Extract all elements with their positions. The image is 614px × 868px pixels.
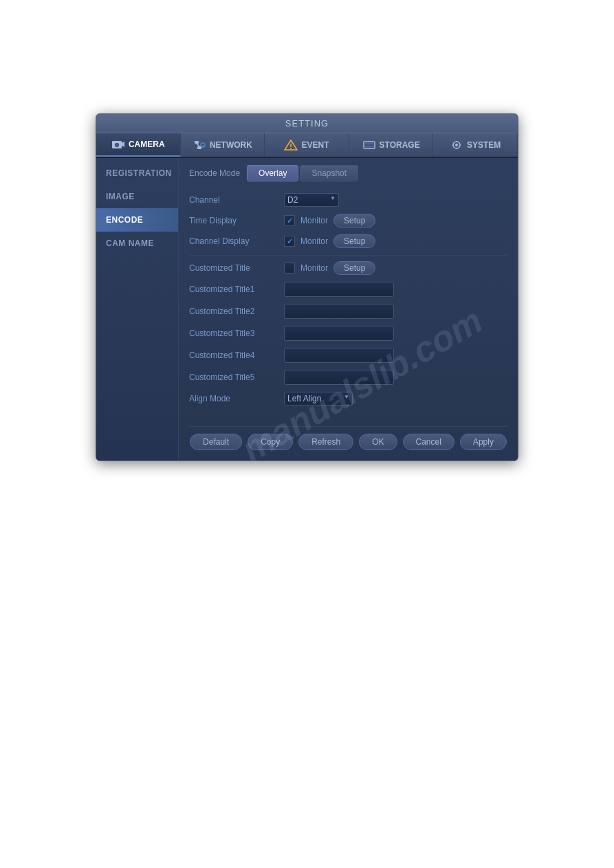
customized-title4-label: Customized Title4 bbox=[189, 350, 278, 360]
system-nav-icon bbox=[450, 140, 463, 151]
settings-window: SETTING CAMERA NETWORK bbox=[96, 113, 518, 461]
customized-title5-row: Customized Title5 bbox=[189, 370, 507, 385]
ok-button[interactable]: OK bbox=[359, 434, 397, 450]
align-mode-select-wrapper: Left Align Center Align Right Align bbox=[284, 392, 353, 405]
channel-display-label: Channel Display bbox=[189, 236, 278, 246]
apply-button[interactable]: Apply bbox=[460, 434, 507, 450]
customized-title4-row: Customized Title4 bbox=[189, 348, 507, 363]
storage-nav-icon bbox=[362, 140, 376, 151]
nav-camera-label: CAMERA bbox=[129, 140, 165, 149]
customized-title3-label: Customized Title3 bbox=[189, 329, 278, 338]
time-display-row: Time Display Monitor Setup bbox=[189, 214, 507, 227]
form-area: Channel D1 D2 D3 D4 Time Display Moni bbox=[189, 190, 507, 426]
sidebar-item-image[interactable]: IMAGE bbox=[96, 185, 178, 208]
nav-camera[interactable]: CAMERA bbox=[96, 133, 181, 157]
customized-title3-input[interactable] bbox=[284, 326, 394, 341]
tab-overlay[interactable]: Overlay bbox=[247, 165, 298, 181]
nav-event[interactable]: EVENT bbox=[265, 133, 349, 157]
network-nav-icon bbox=[193, 140, 206, 151]
customized-title1-row: Customized Title1 bbox=[189, 282, 507, 297]
customized-title2-input[interactable] bbox=[284, 304, 394, 319]
copy-button[interactable]: Copy bbox=[248, 434, 293, 450]
nav-system-label: SYSTEM bbox=[467, 140, 501, 150]
customized-title-row: Customized Title Monitor Setup bbox=[189, 261, 507, 275]
svg-rect-5 bbox=[197, 146, 201, 149]
channel-label: Channel bbox=[189, 195, 278, 205]
time-display-monitor: Monitor bbox=[300, 216, 328, 225]
channel-select[interactable]: D1 D2 D3 D4 bbox=[284, 193, 339, 207]
channel-display-checkbox[interactable] bbox=[284, 236, 295, 247]
encode-mode-label: Encode Mode bbox=[189, 168, 240, 178]
customized-title1-label: Customized Title1 bbox=[189, 285, 278, 294]
channel-display-row: Channel Display Monitor Setup bbox=[189, 234, 507, 248]
top-nav: CAMERA NETWORK EVENT bbox=[96, 133, 518, 158]
channel-row: Channel D1 D2 D3 D4 bbox=[189, 193, 507, 207]
customized-title5-input[interactable] bbox=[284, 370, 394, 385]
time-display-label: Time Display bbox=[189, 216, 278, 225]
svg-point-3 bbox=[116, 144, 118, 146]
bottom-buttons: Default Copy Refresh OK Cancel Apply bbox=[189, 426, 507, 454]
nav-system[interactable]: SYSTEM bbox=[433, 133, 518, 157]
nav-storage[interactable]: STORAGE bbox=[349, 133, 434, 157]
separator-1 bbox=[189, 255, 507, 256]
content-area: REGISTRATION IMAGE ENCODE CAM NAME Encod… bbox=[96, 158, 518, 460]
svg-rect-12 bbox=[364, 142, 375, 148]
align-mode-label: Align Mode bbox=[189, 394, 278, 403]
main-panel: Encode Mode Overlay Snapshot Channel D1 … bbox=[179, 158, 518, 460]
customized-title1-input[interactable] bbox=[284, 282, 394, 297]
align-mode-row: Align Mode Left Align Center Align Right… bbox=[189, 392, 507, 405]
refresh-button[interactable]: Refresh bbox=[298, 434, 353, 450]
align-mode-select[interactable]: Left Align Center Align Right Align bbox=[284, 392, 353, 405]
svg-marker-1 bbox=[122, 142, 124, 147]
customized-title-label: Customized Title bbox=[189, 263, 278, 273]
customized-title2-row: Customized Title2 bbox=[189, 304, 507, 319]
svg-point-16 bbox=[455, 144, 458, 146]
camera-nav-icon bbox=[111, 139, 125, 150]
svg-rect-14 bbox=[365, 146, 373, 147]
nav-network[interactable]: NETWORK bbox=[181, 133, 265, 157]
tab-snapshot[interactable]: Snapshot bbox=[300, 165, 358, 181]
time-display-checkbox[interactable] bbox=[284, 215, 295, 226]
sidebar: REGISTRATION IMAGE ENCODE CAM NAME bbox=[96, 158, 179, 460]
channel-display-monitor: Monitor bbox=[300, 236, 328, 246]
svg-point-11 bbox=[290, 148, 292, 149]
svg-rect-13 bbox=[365, 143, 373, 144]
cancel-button[interactable]: Cancel bbox=[403, 434, 454, 450]
sidebar-item-encode[interactable]: ENCODE bbox=[96, 208, 178, 232]
default-button[interactable]: Default bbox=[190, 434, 242, 450]
channel-display-setup-button[interactable]: Setup bbox=[333, 234, 375, 248]
customized-title-checkbox[interactable] bbox=[284, 263, 295, 274]
customized-title-monitor: Monitor bbox=[300, 263, 328, 273]
event-nav-icon bbox=[284, 140, 298, 151]
sidebar-item-camname[interactable]: CAM NAME bbox=[96, 232, 178, 255]
title-bar: SETTING bbox=[96, 114, 518, 133]
svg-rect-4 bbox=[195, 141, 199, 144]
customized-title5-label: Customized Title5 bbox=[189, 372, 278, 382]
sidebar-item-registration[interactable]: REGISTRATION bbox=[96, 162, 178, 185]
nav-storage-label: STORAGE bbox=[380, 140, 420, 150]
customized-title2-label: Customized Title2 bbox=[189, 307, 278, 316]
nav-network-label: NETWORK bbox=[210, 140, 252, 150]
customized-title3-row: Customized Title3 bbox=[189, 326, 507, 341]
nav-event-label: EVENT bbox=[301, 140, 329, 150]
sub-tabs: Encode Mode Overlay Snapshot bbox=[189, 165, 507, 181]
time-display-setup-button[interactable]: Setup bbox=[333, 214, 375, 227]
svg-line-6 bbox=[197, 144, 199, 146]
window-title: SETTING bbox=[285, 118, 329, 129]
customized-title-setup-button[interactable]: Setup bbox=[333, 261, 375, 275]
channel-select-wrapper: D1 D2 D3 D4 bbox=[284, 193, 339, 207]
customized-title4-input[interactable] bbox=[284, 348, 394, 363]
